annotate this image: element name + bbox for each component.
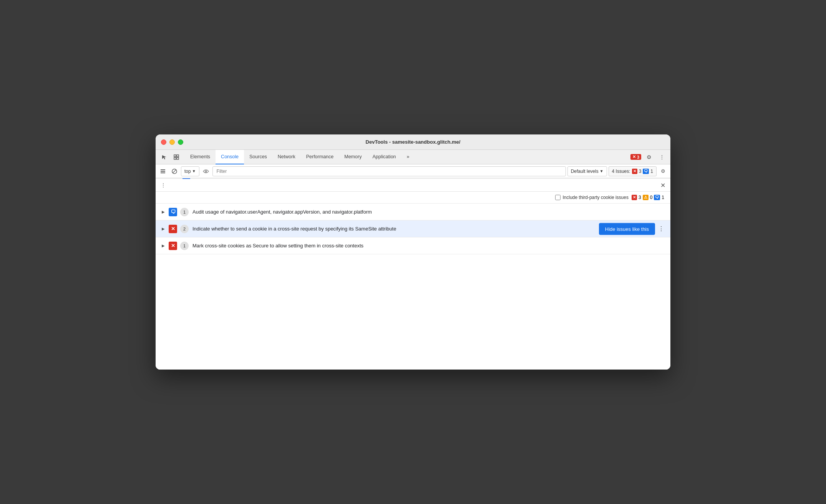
cursor-icon[interactable] bbox=[159, 152, 169, 162]
svg-rect-4 bbox=[161, 169, 165, 170]
issues-badge[interactable]: 4 Issues: ✕ 3 🗨 1 bbox=[609, 166, 657, 176]
third-party-checkbox-label[interactable]: Include third-party cookie issues bbox=[555, 195, 629, 200]
tab-console[interactable]: Console bbox=[216, 150, 244, 164]
inspect-icon[interactable] bbox=[171, 152, 182, 162]
context-selector[interactable]: top ▼ bbox=[181, 166, 199, 176]
svg-rect-6 bbox=[161, 172, 165, 173]
issue-text-1: Audit usage of navigator.userAgent, navi… bbox=[192, 209, 666, 215]
minimize-button[interactable] bbox=[169, 139, 175, 145]
issue-row-1[interactable]: ▶ 🗨 1 Audit usage of navigator.userAgent… bbox=[156, 204, 670, 220]
sidebar-toggle-icon[interactable] bbox=[158, 166, 168, 176]
header-badges: ✕ 3 ⚠ 0 🗨 1 bbox=[632, 195, 664, 200]
svg-rect-1 bbox=[177, 155, 179, 157]
log-levels-selector[interactable]: Default levels ▼ bbox=[567, 166, 607, 176]
issues-header: Include third-party cookie issues ✕ 3 ⚠ … bbox=[156, 192, 670, 204]
settings-icon[interactable]: ⚙ bbox=[644, 152, 654, 162]
panel-more-icon[interactable]: ⋮ bbox=[159, 181, 168, 190]
hide-issues-popup[interactable]: Hide issues like this bbox=[599, 223, 655, 235]
issue-count-1: 1 bbox=[180, 208, 189, 216]
error-badge: ✕ 3 bbox=[630, 154, 641, 160]
issue-menu-button-2[interactable]: ⋮ bbox=[657, 224, 666, 234]
devtools-window: DevTools - samesite-sandbox.glitch.me/ E bbox=[156, 134, 670, 370]
filter-input[interactable] bbox=[212, 166, 566, 176]
tab-memory[interactable]: Memory bbox=[339, 150, 367, 164]
issues-error-icon: ✕ bbox=[632, 169, 637, 174]
empty-area bbox=[156, 254, 670, 370]
header-warn-icon: ⚠ bbox=[643, 195, 649, 200]
issue-count-3: 1 bbox=[180, 242, 189, 250]
issue-type-icon-1: 🗨 bbox=[169, 208, 177, 216]
svg-point-9 bbox=[205, 171, 207, 172]
more-menu-icon[interactable]: ⋮ bbox=[657, 152, 667, 162]
panel-close-button[interactable]: ✕ bbox=[658, 181, 667, 190]
issue-type-icon-3: ✕ bbox=[169, 242, 177, 250]
issue-count-2: 2 bbox=[180, 225, 189, 233]
expand-arrow-1[interactable]: ▶ bbox=[160, 209, 166, 215]
tab-performance[interactable]: Performance bbox=[301, 150, 339, 164]
header-error-icon: ✕ bbox=[632, 195, 637, 200]
issue-row-2[interactable]: ▶ ✕ 2 Indicate whether to send a cookie … bbox=[156, 220, 670, 237]
svg-rect-2 bbox=[174, 158, 176, 159]
third-party-checkbox[interactable] bbox=[555, 195, 561, 200]
titlebar: DevTools - samesite-sandbox.glitch.me/ bbox=[156, 134, 670, 150]
issues-settings-icon[interactable]: ⚙ bbox=[658, 166, 668, 176]
traffic-lights bbox=[161, 139, 183, 145]
issue-text-3: Mark cross-site cookies as Secure to all… bbox=[192, 243, 666, 249]
console-toolbar: top ▼ Default levels ▼ 4 Issues: ✕ 3 🗨 1… bbox=[156, 164, 670, 178]
tab-more[interactable]: » bbox=[401, 150, 415, 164]
tab-elements[interactable]: Elements bbox=[185, 150, 216, 164]
tabbar: Elements Console Sources Network Perform… bbox=[156, 150, 670, 164]
tabbar-right: ✕ 3 ⚙ ⋮ bbox=[630, 152, 667, 162]
issues-panel: ⋮ ✕ Include third-party cookie issues ✕ … bbox=[156, 179, 670, 370]
expand-arrow-3[interactable]: ▶ bbox=[160, 243, 166, 249]
svg-rect-0 bbox=[174, 155, 176, 157]
block-icon[interactable] bbox=[169, 166, 179, 176]
expand-arrow-2[interactable]: ▶ bbox=[160, 226, 166, 232]
issue-type-icon-2: ✕ bbox=[169, 225, 177, 233]
issue-row-3[interactable]: ▶ ✕ 1 Mark cross-site cookies as Secure … bbox=[156, 237, 670, 254]
live-expressions-icon[interactable] bbox=[201, 166, 211, 176]
tab-network[interactable]: Network bbox=[272, 150, 301, 164]
tab-application[interactable]: Application bbox=[367, 150, 401, 164]
chevron-down-icon: ▼ bbox=[192, 169, 196, 173]
tabs: Elements Console Sources Network Perform… bbox=[185, 150, 630, 164]
chevron-down-icon: ▼ bbox=[600, 169, 604, 173]
error-x-icon: ✕ bbox=[632, 154, 636, 159]
svg-rect-5 bbox=[161, 171, 165, 172]
maximize-button[interactable] bbox=[178, 139, 183, 145]
svg-line-8 bbox=[173, 169, 176, 173]
issue-text-2: Indicate whether to send a cookie in a c… bbox=[192, 226, 654, 232]
issues-info-icon: 🗨 bbox=[643, 169, 649, 174]
svg-rect-3 bbox=[177, 158, 179, 159]
window-title: DevTools - samesite-sandbox.glitch.me/ bbox=[366, 139, 461, 145]
tabbar-icons bbox=[159, 152, 182, 162]
tab-sources[interactable]: Sources bbox=[244, 150, 272, 164]
close-button[interactable] bbox=[161, 139, 166, 145]
header-info-icon: 🗨 bbox=[654, 195, 660, 200]
panel-sub-toolbar: ⋮ ✕ bbox=[156, 179, 670, 192]
